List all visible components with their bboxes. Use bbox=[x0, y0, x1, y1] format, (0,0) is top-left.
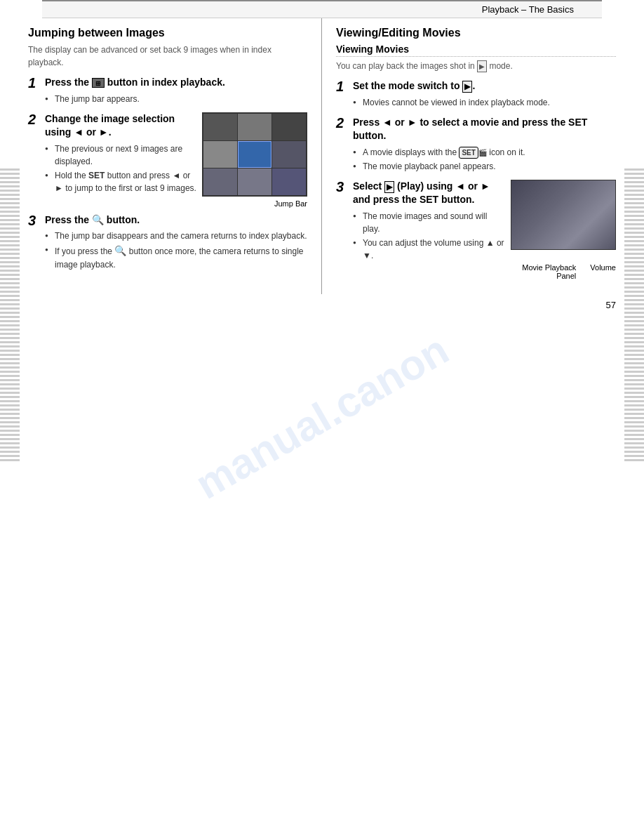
grid-cell-3 bbox=[272, 114, 306, 140]
page-number: 57 bbox=[0, 294, 644, 316]
right-step-1-bullets: Movies cannot be viewed in index playbac… bbox=[353, 96, 616, 109]
left-step-1: 1 Press the ⊞ button in index playback. … bbox=[28, 76, 307, 107]
step-2-number: 2 bbox=[28, 112, 41, 126]
right-step-3: 3 Select ▶ (Play) using ◄ or ► and press… bbox=[336, 180, 616, 280]
right-step-2-title: Press ◄ or ► to select a movie and press… bbox=[353, 116, 616, 143]
movie-playback-panel-caption: Movie PlaybackPanel bbox=[522, 263, 576, 280]
grid-cell-2 bbox=[238, 114, 271, 140]
right-intro: You can play back the images shot in ▶︎ … bbox=[336, 60, 616, 72]
movie-mode-icon: ▶︎ bbox=[477, 60, 487, 72]
step-2-bullet-2: Hold the SET button and press ◄ or ► to … bbox=[45, 169, 307, 194]
grid-cell-1 bbox=[203, 114, 237, 140]
play-button-icon: ▶ bbox=[384, 181, 394, 193]
step-1-bullets: The jump bar appears. bbox=[45, 93, 307, 105]
right-step-3-content: Select ▶ (Play) using ◄ or ► and press t… bbox=[353, 180, 616, 280]
left-column: Jumping between Images The display can b… bbox=[21, 18, 322, 294]
two-column-layout: Jumping between Images The display can b… bbox=[21, 18, 623, 294]
left-intro: The display can be advanced or set back … bbox=[28, 44, 307, 69]
step-1-bullet-1: The jump bar appears. bbox=[45, 93, 307, 105]
step-3-bullets: The jump bar disappears and the camera r… bbox=[45, 230, 307, 271]
step-3-bullet-2: If you press the 🔍 button once more, the… bbox=[45, 244, 307, 271]
left-step-2: 2 bbox=[28, 112, 307, 208]
right-step-3-bullet-2: You can adjust the volume using ▲ or ▼. bbox=[353, 237, 616, 262]
right-section-title: Viewing/Editing Movies bbox=[336, 27, 616, 39]
step-3-number: 3 bbox=[28, 213, 41, 227]
watermark: manual.canon bbox=[187, 325, 457, 508]
step-1-number: 1 bbox=[28, 76, 41, 90]
right-step-2-bullet-1: A movie displays with the SET🎬 icon on i… bbox=[353, 146, 616, 159]
step-2-bullet-1: The previous or next 9 images are displa… bbox=[45, 143, 307, 168]
index-button-icon: ⊞ bbox=[92, 78, 105, 88]
page-wrapper: manual.canon Playback – The Basics Jumpi… bbox=[0, 0, 644, 834]
volume-caption: Volume bbox=[590, 263, 616, 280]
right-step-1-bullet-1: Movies cannot be viewed in index playbac… bbox=[353, 96, 616, 109]
right-step-1-content: Set the mode switch to ▶. Movies cannot … bbox=[353, 79, 616, 110]
jump-bar-caption: Jump Bar bbox=[45, 199, 307, 208]
left-section-title: Jumping between Images bbox=[28, 27, 307, 39]
magnify-icon-2: 🔍 bbox=[114, 244, 126, 258]
set-icon: SET bbox=[459, 147, 478, 159]
movie-icon: 🎬 bbox=[478, 149, 487, 157]
movie-image-captions: Movie PlaybackPanel Volume bbox=[353, 263, 616, 280]
playback-mode-icon: ▶ bbox=[462, 81, 472, 93]
right-column: Viewing/Editing Movies Viewing Movies Yo… bbox=[322, 18, 623, 294]
step-3-title: Press the 🔍 button. bbox=[45, 213, 307, 227]
header-label: Playback – The Basics bbox=[482, 4, 574, 15]
magnify-icon: 🔍 bbox=[92, 213, 104, 227]
right-step-1-number: 1 bbox=[336, 79, 349, 93]
right-step-3-number: 3 bbox=[336, 180, 349, 194]
right-step-3-bullet-1: The movie images and sound will play. bbox=[353, 210, 616, 235]
step-3-content: Press the 🔍 button. The jump bar disappe… bbox=[45, 213, 307, 273]
right-step-1-title: Set the mode switch to ▶. bbox=[353, 79, 616, 93]
step-1-content: Press the ⊞ button in index playback. Th… bbox=[45, 76, 307, 107]
right-step-2-content: Press ◄ or ► to select a movie and press… bbox=[353, 116, 616, 174]
step-1-title: Press the ⊞ button in index playback. bbox=[45, 76, 307, 90]
right-step-2: 2 Press ◄ or ► to select a movie and pre… bbox=[336, 116, 616, 174]
right-subsection-title: Viewing Movies bbox=[336, 44, 616, 57]
side-decoration-right bbox=[624, 168, 644, 463]
right-step-1: 1 Set the mode switch to ▶. Movies canno… bbox=[336, 79, 616, 110]
right-step-2-bullets: A movie displays with the SET🎬 icon on i… bbox=[353, 146, 616, 173]
step-3-bullet-1: The jump bar disappears and the camera r… bbox=[45, 230, 307, 242]
left-step-3: 3 Press the 🔍 button. The jump bar disap… bbox=[28, 213, 307, 273]
header-bar: Playback – The Basics bbox=[42, 0, 602, 18]
right-step-2-bullet-2: The movie playback panel appears. bbox=[353, 160, 616, 173]
step-2-content: Change the image selection using ◄ or ►.… bbox=[45, 112, 307, 208]
side-decoration-left bbox=[0, 168, 20, 463]
right-step-2-number: 2 bbox=[336, 116, 349, 130]
